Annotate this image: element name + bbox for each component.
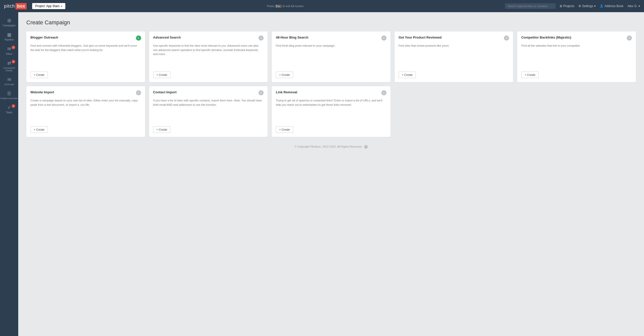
projects-icon: ⊞ <box>560 4 562 8</box>
card-header-contact-import: Contact Import 0 <box>153 90 264 95</box>
sidebar: ⊞ Campaigns ▦ Pipeline ✉ Inbox 0 ⇄ Unmat… <box>0 12 18 336</box>
inbox-icon: ✉ <box>7 46 11 52</box>
card-desc-contact-import: If you have a list of sites with specifi… <box>153 98 264 123</box>
card-contact-import: Contact Import 0 If you have a list of s… <box>149 86 268 137</box>
campaign-cards-row1: Blogger Outreach 5 Find and connect with… <box>26 31 636 82</box>
sidebar-item-inbox[interactable]: ✉ Inbox 0 <box>0 44 18 58</box>
settings-chevron: ▾ <box>594 4 596 8</box>
card-advanced-search: Advanced Search 0 Use specific keywords … <box>149 31 268 82</box>
project-chevron: ▾ <box>61 5 62 8</box>
create-product-reviewed-button[interactable]: + Create <box>399 72 416 78</box>
card-desc-website-import: Create a campaign based on your own list… <box>30 98 141 123</box>
nav-actions: ⊞ Projects ⚙ Settings ▾ 👤 Address Book A… <box>505 3 640 9</box>
address-book-nav-link[interactable]: 👤 Address Book <box>600 4 623 8</box>
card-website-import: Website Import 0 Create a campaign based… <box>26 86 145 137</box>
card-count-blogger-outreach: 5 <box>136 36 141 41</box>
sidebar-item-unmatched-emails[interactable]: ⇄ Unmatched Emails 0 <box>0 58 18 74</box>
empty-card-4 <box>395 86 513 137</box>
help-icon[interactable]: ? <box>364 145 368 149</box>
sidebar-item-pipeline[interactable]: ▦ Pipeline <box>0 29 18 44</box>
create-contact-import-button[interactable]: + Create <box>153 126 171 133</box>
settings-nav-link[interactable]: ⚙ Settings ▾ <box>578 4 596 8</box>
sidebar-label-unmatched: Unmatched Emails <box>0 67 18 72</box>
card-header-advanced-search: Advanced Search 0 <box>153 36 264 41</box>
tasks-badge: 0 <box>12 104 15 108</box>
card-desc-competitor-backlinks: Find all the websites that link to your … <box>521 44 632 68</box>
card-title-48-hour: 48-Hour Blog Search <box>276 36 381 39</box>
projects-nav-link[interactable]: ⊞ Projects <box>560 4 574 8</box>
card-count-competitor-backlinks: 0 <box>627 36 632 41</box>
project-selector[interactable]: Project: App Stars ▾ <box>32 3 65 9</box>
card-count-contact-import: 0 <box>259 90 264 95</box>
user-chevron: ▾ <box>638 4 640 8</box>
sidebar-item-project-overview[interactable]: ☰ Project Overview <box>0 88 18 102</box>
card-title-advanced-search: Advanced Search <box>153 36 259 39</box>
logo-pitch-text: pitch <box>4 4 15 9</box>
card-header-blogger-outreach: Blogger Outreach 5 <box>30 36 141 41</box>
settings-label: Settings <box>582 4 593 8</box>
card-title-website-import: Website Import <box>30 90 136 94</box>
fullscreen-hint: Press Esc to exit full screen <box>65 5 505 8</box>
card-desc-link-removal: Trying to get rid of spammy or unwanted … <box>276 98 386 123</box>
card-desc-advanced-search: Use specific keywords to find the sites … <box>153 44 264 68</box>
card-48-hour-blog-search: 48-Hour Blog Search 0 Find fresh blog po… <box>272 31 391 82</box>
settings-icon: ⚙ <box>578 4 581 8</box>
card-title-competitor-backlinks: Competitor Backlinks (Majestic) <box>521 36 627 39</box>
sidebar-label-project-overview: Project Overview <box>1 97 18 100</box>
create-website-import-button[interactable]: + Create <box>30 126 48 133</box>
tasks-icon: ✓ <box>7 105 11 110</box>
logo[interactable]: pitch box <box>4 3 27 9</box>
search-input[interactable] <box>505 3 556 9</box>
sidebar-label-inbox: Inbox <box>6 52 12 55</box>
card-title-product-reviewed: Get Your Product Reviewed <box>399 36 504 39</box>
card-desc-blogger-outreach: Find and connect with influential blogge… <box>30 44 141 68</box>
user-name: Alex G. <box>628 4 637 8</box>
unmatched-badge: 0 <box>12 60 15 63</box>
address-book-label: Address Book <box>604 4 623 8</box>
sidebar-label-campaigns: Campaigns <box>3 24 16 27</box>
create-competitor-backlinks-button[interactable]: + Create <box>521 72 539 78</box>
card-title-contact-import: Contact Import <box>153 90 259 94</box>
card-header-product-reviewed: Get Your Product Reviewed 0 <box>399 36 509 41</box>
card-title-blogger-outreach: Blogger Outreach <box>30 36 136 39</box>
card-header-48-hour: 48-Hour Blog Search 0 <box>276 36 386 41</box>
card-count-link-removal: 0 <box>381 90 386 95</box>
sidebar-item-all-emails[interactable]: ✉ All Emails <box>0 74 18 88</box>
user-menu[interactable]: Alex G. ▾ <box>628 4 640 8</box>
sidebar-item-tasks[interactable]: ✓ Tasks 0 <box>0 102 18 116</box>
pipeline-icon: ▦ <box>7 32 11 38</box>
unmatched-emails-icon: ⇄ <box>7 60 11 66</box>
create-advanced-search-button[interactable]: + Create <box>153 72 171 78</box>
sidebar-label-tasks: Tasks <box>6 111 12 114</box>
page-title: Create Campaign <box>26 19 636 26</box>
campaigns-icon: ⊞ <box>7 18 11 23</box>
card-link-removal: Link Removal 0 Trying to get rid of spam… <box>272 86 391 137</box>
card-desc-product-reviewed: Find sites that review products like you… <box>399 44 509 68</box>
logo-box-text: box <box>15 3 27 9</box>
empty-card-5 <box>517 86 636 137</box>
sidebar-label-all-emails: All Emails <box>4 83 14 86</box>
sidebar-label-pipeline: Pipeline <box>5 38 14 41</box>
card-count-product-reviewed: 0 <box>504 36 509 41</box>
top-navigation: pitch box Project: App Stars ▾ Press Esc… <box>0 0 644 12</box>
card-header-competitor-backlinks: Competitor Backlinks (Majestic) 0 <box>521 36 632 41</box>
card-header-link-removal: Link Removal 0 <box>276 90 386 95</box>
card-title-link-removal: Link Removal <box>276 90 381 94</box>
card-count-48-hour: 0 <box>381 36 386 41</box>
footer-text: © Copyright Pitchbox, 2012-2015. All Rig… <box>295 145 362 148</box>
create-blogger-outreach-button[interactable]: + Create <box>30 72 48 78</box>
card-header-website-import: Website Import 0 <box>30 90 141 95</box>
all-emails-icon: ✉ <box>7 77 11 82</box>
inbox-badge: 0 <box>12 46 15 49</box>
card-blogger-outreach: Blogger Outreach 5 Find and connect with… <box>26 31 145 82</box>
project-overview-icon: ☰ <box>7 91 11 96</box>
campaign-cards-row2: Website Import 0 Create a campaign based… <box>26 86 636 137</box>
projects-label: Projects <box>563 4 574 8</box>
card-count-website-import: 0 <box>136 90 141 95</box>
create-48-hour-button[interactable]: + Create <box>276 72 293 78</box>
esc-key: Esc <box>275 5 282 8</box>
create-link-removal-button[interactable]: + Create <box>276 126 293 133</box>
footer: © Copyright Pitchbox, 2012-2015. All Rig… <box>26 145 636 153</box>
sidebar-item-campaigns[interactable]: ⊞ Campaigns <box>0 15 18 29</box>
main-content: Create Campaign Blogger Outreach 5 Find … <box>18 12 644 336</box>
